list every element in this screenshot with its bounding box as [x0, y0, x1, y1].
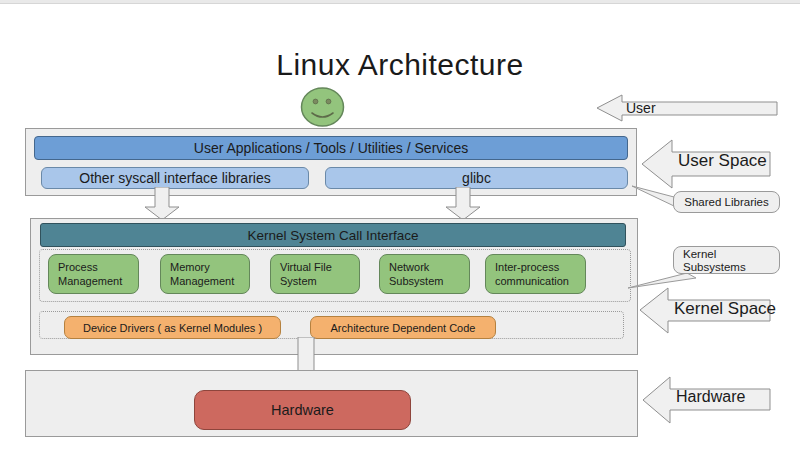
user-applications-bar: User Applications / Tools / Utilities / …: [34, 136, 628, 160]
hardware-container: Hardware: [25, 370, 638, 437]
kernel-syscall-interface-bar: Kernel System Call Interface: [40, 223, 626, 247]
other-syscall-libraries-bar: Other syscall interface libraries: [41, 167, 309, 189]
glibc-bar: glibc: [325, 167, 628, 189]
shared-libraries-connector: [628, 184, 678, 210]
subsystem-memory-management: Memory Management: [160, 254, 250, 294]
kernel-subsystems-callout: Kernel Subsystems: [673, 246, 780, 274]
device-drivers-box: Device Drivers ( as Kernel Modules ): [64, 316, 281, 339]
linux-architecture-diagram: Linux Architecture User Applications / T…: [0, 0, 800, 452]
top-edge-strip: [0, 0, 800, 4]
subsystem-network: Network Subsystem: [379, 254, 470, 294]
shared-libraries-callout: Shared Libraries: [673, 191, 780, 213]
user-arrow: [596, 94, 778, 122]
user-space-container: User Applications / Tools / Utilities / …: [25, 128, 637, 196]
hardware-box: Hardware: [194, 390, 411, 430]
kernel-space-arrow-label: Kernel Space: [674, 299, 776, 319]
arch-dependent-code-box: Architecture Dependent Code: [310, 316, 496, 339]
user-space-arrow-label: User Space: [678, 151, 767, 171]
subsystem-process-management: Process Management: [48, 254, 139, 294]
user-arrow-label: User: [626, 100, 656, 116]
subsystem-ipc: Inter-process communication: [485, 254, 586, 294]
subsystem-virtual-file-system: Virtual File System: [270, 254, 360, 294]
down-arrow-glibc-to-kernel: [445, 187, 481, 221]
kernel-subsystems-group: Process Management Memory Management Vir…: [39, 249, 631, 302]
kernel-space-container: Kernel System Call Interface Process Man…: [30, 218, 638, 355]
hardware-arrow-label: Hardware: [676, 388, 745, 406]
kernel-modules-group: Device Drivers ( as Kernel Modules ) Arc…: [39, 311, 624, 339]
diagram-title: Linux Architecture: [0, 48, 800, 82]
down-arrow-syscall-to-kernel: [144, 187, 180, 221]
user-smiley-icon: [300, 87, 345, 129]
